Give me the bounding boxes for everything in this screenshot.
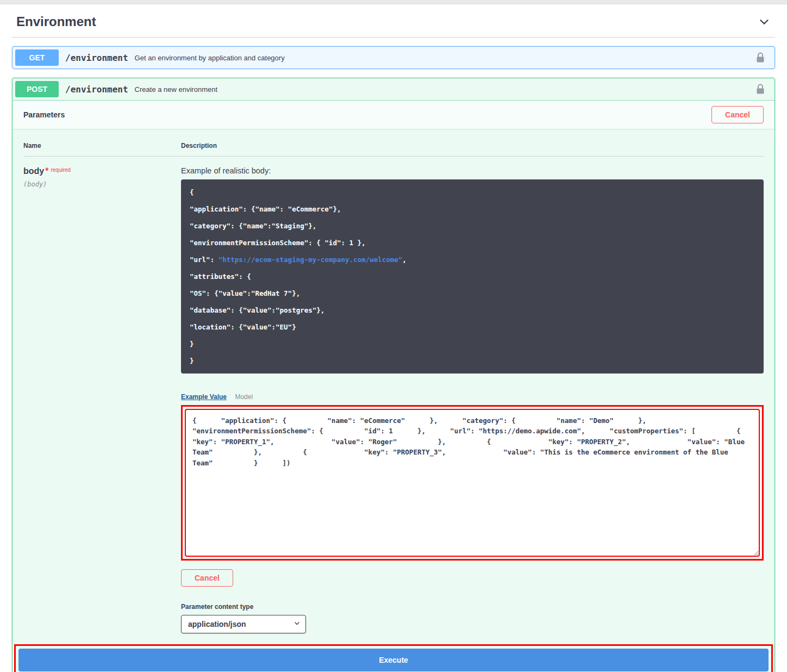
opblock-get: GET /environment Get an environment by a… bbox=[12, 46, 775, 69]
section-title: Environment bbox=[16, 14, 96, 29]
column-header-description: Description bbox=[181, 142, 764, 150]
content-type-select-wrap: application/json bbox=[181, 615, 306, 633]
content-type-select[interactable]: application/json bbox=[181, 615, 306, 633]
tab-model[interactable]: Model bbox=[235, 393, 253, 401]
parameters-header: Parameters Cancel bbox=[13, 101, 774, 129]
parameters-title: Parameters bbox=[23, 110, 65, 119]
required-label: required bbox=[51, 167, 71, 173]
opblock-post: POST /environment Create a new environme… bbox=[12, 78, 775, 672]
body-parameter-type: (body) bbox=[23, 181, 181, 188]
cancel-parameter-button[interactable]: Cancel bbox=[181, 569, 233, 587]
execute-highlight: Execute bbox=[14, 644, 773, 672]
lock-icon[interactable] bbox=[755, 84, 765, 95]
get-method-badge: GET bbox=[15, 49, 59, 66]
post-endpoint-description: Create a new environment bbox=[135, 85, 755, 94]
body-parameter-input[interactable]: { "application": { "name": "eCommerce" }… bbox=[185, 409, 760, 557]
body-textarea-highlight: { "application": { "name": "eCommerce" }… bbox=[181, 405, 764, 561]
execute-button[interactable]: Execute bbox=[18, 649, 769, 671]
body-parameter-name: body*required bbox=[23, 166, 181, 176]
chevron-down-icon[interactable] bbox=[758, 15, 771, 28]
get-endpoint-description: Get an environment by application and ca… bbox=[135, 54, 755, 62]
example-body-title: Example of realistic body: bbox=[181, 166, 764, 175]
post-endpoint-path: /environment bbox=[65, 84, 128, 95]
cancel-try-out-button[interactable]: Cancel bbox=[711, 106, 764, 123]
post-opblock-body: Parameters Cancel Name Description body*… bbox=[13, 100, 774, 672]
tab-example-value[interactable]: Example Value bbox=[181, 393, 227, 401]
example-body-code: {"application": {"name": "eCommerce"},"c… bbox=[181, 179, 764, 374]
get-endpoint-path: /environment bbox=[65, 53, 128, 63]
post-endpoint-summary[interactable]: POST /environment Create a new environme… bbox=[13, 78, 774, 100]
section-header-environment[interactable]: Environment bbox=[12, 4, 775, 38]
required-asterisk: * bbox=[45, 166, 48, 176]
value-tabs: Example Value Model bbox=[181, 393, 764, 401]
body-parameter-row: body*required (body) Example of realisti… bbox=[23, 157, 764, 633]
top-divider bbox=[0, 0, 787, 4]
post-method-badge: POST bbox=[15, 81, 59, 97]
parameter-content-type-label: Parameter content type bbox=[181, 603, 764, 611]
column-header-name: Name bbox=[23, 142, 181, 150]
get-endpoint-summary[interactable]: GET /environment Get an environment by a… bbox=[13, 47, 774, 69]
lock-icon[interactable] bbox=[755, 52, 765, 63]
parameters-table: Name Description body*required (body) Ex… bbox=[13, 129, 774, 644]
parameters-table-header: Name Description bbox=[23, 142, 764, 157]
